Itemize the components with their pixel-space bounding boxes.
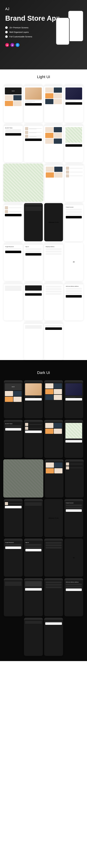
splash-screen: AJ [64, 243, 83, 281]
map-screen [3, 163, 43, 202]
instagram-icon[interactable]: ◉ [10, 43, 14, 47]
address-dark [44, 538, 63, 577]
orders-screen [65, 163, 84, 202]
forgot-dark: Forget Password [4, 538, 23, 577]
phone-mockup [68, 10, 84, 42]
checkout-screen: BLACK T-Shirt [4, 124, 23, 162]
settings-dark [4, 578, 23, 616]
add-address-screen: Add new delivery address [64, 282, 83, 320]
confirm-screen [44, 322, 63, 360]
forgot-password-screen: Forget Password [4, 243, 23, 281]
cart-dark [24, 420, 43, 458]
signin-screen: Sign In [24, 243, 43, 281]
checkout-dark: BLACK T-Shirt [4, 420, 23, 458]
product-dark [64, 380, 83, 418]
light-screens-grid: BLACK BLACK T-Shirt Welcome To AJ Create… [0, 84, 87, 360]
map-preview-screen [64, 124, 83, 162]
dribbble-icon[interactable]: ◉ [5, 43, 9, 47]
payment-screen [24, 282, 43, 320]
home-screen: BLACK [4, 84, 23, 123]
menu-screen [24, 203, 43, 241]
map-dark [3, 459, 43, 498]
address-screen: Shipping Address [44, 243, 63, 281]
category-dark [44, 380, 63, 418]
settings-screen [4, 282, 23, 320]
payment-dark [24, 578, 43, 616]
product-detail-dark [24, 380, 43, 418]
social-links: ◉ ◉ B [5, 43, 82, 47]
profile-dark [44, 578, 63, 616]
home-screen-dark: BLACK [4, 380, 23, 418]
confirm-dark [44, 618, 63, 656]
filter-dark [4, 499, 23, 537]
dark-section: Dark Ui BLACK BLACK T-Shirt Welcome To A… [0, 360, 87, 661]
section-title-light: Light Ui [0, 69, 87, 84]
splash-dark: AJ [64, 538, 83, 577]
menu-dark [24, 499, 43, 537]
welcome-screen: Welcome To AJ [44, 203, 63, 241]
category-screen [44, 84, 63, 123]
orders-dark [65, 459, 84, 498]
review-dark [24, 618, 43, 656]
check-icon [5, 35, 8, 38]
create-dark: Create Account [64, 499, 83, 537]
hero-section: AJ Brand Store App 15+ Premium Screens W… [0, 0, 87, 69]
section-title-dark: Dark Ui [0, 365, 87, 380]
filter-screen [4, 203, 23, 241]
wishlist-screen [45, 163, 63, 202]
phone-mockup [56, 18, 69, 45]
list-screen [44, 124, 63, 162]
check-icon [5, 31, 8, 33]
behance-icon[interactable]: B [16, 43, 20, 47]
list-dark [44, 420, 63, 458]
map-preview-dark [64, 420, 83, 458]
create-account-screen: Create Account [64, 203, 83, 241]
signin-dark: Sign In [24, 538, 43, 577]
cart-screen [24, 124, 43, 162]
product-screen [64, 84, 83, 123]
check-icon [5, 26, 8, 29]
review-screen [24, 322, 43, 360]
add-address-dark: Add new delivery address [64, 578, 83, 616]
dark-screens-grid: BLACK BLACK T-Shirt Welcome To AJ Create… [0, 380, 87, 656]
wishlist-dark [45, 459, 63, 498]
profile-screen [44, 282, 63, 320]
welcome-dark: Welcome To AJ [44, 499, 63, 537]
product-detail-screen [24, 84, 43, 123]
